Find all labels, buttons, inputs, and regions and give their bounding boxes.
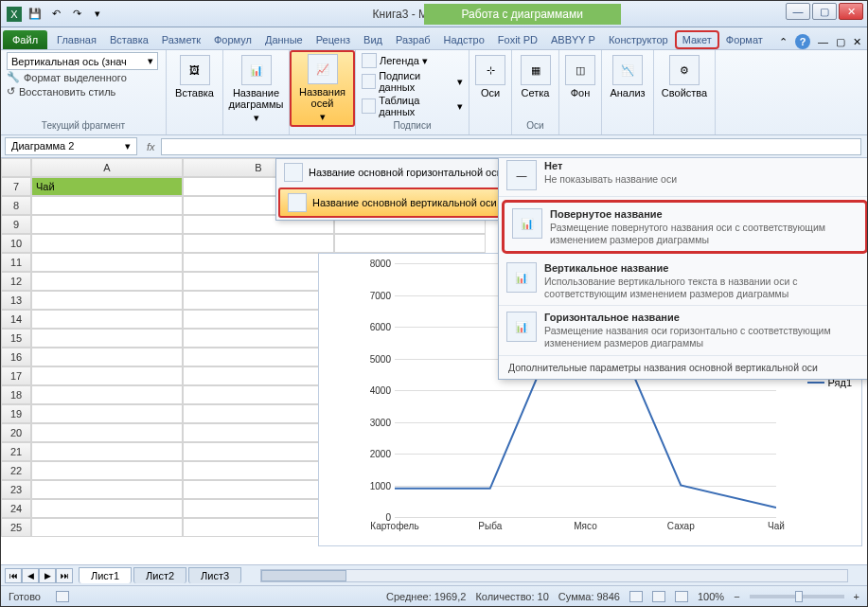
cell[interactable] [31, 253, 183, 272]
tab-foxit[interactable]: Foxit PD [491, 30, 544, 49]
row-header[interactable]: 12 [1, 272, 31, 291]
cell[interactable] [183, 253, 334, 272]
format-selection-button[interactable]: 🔧 Формат выделенного [7, 70, 160, 84]
cell[interactable] [31, 423, 183, 442]
cell[interactable] [31, 234, 183, 253]
cell[interactable] [31, 480, 183, 499]
select-all-corner[interactable] [1, 158, 31, 177]
legend-button[interactable]: Легенда ▾ [362, 52, 463, 69]
sheet-nav-last[interactable]: ⏭ [56, 568, 73, 583]
axes-button[interactable]: ⊹Оси [469, 52, 512, 101]
cell[interactable] [183, 518, 334, 537]
analysis-button[interactable]: 📉Анализ [603, 52, 651, 101]
chart-element-selector[interactable]: Вертикальная ось (знач▾ [7, 52, 158, 70]
tab-file[interactable]: Файл [3, 30, 47, 49]
row-header[interactable]: 24 [1, 499, 31, 518]
tab-formulas[interactable]: Формул [207, 30, 258, 49]
sheet-tab-3[interactable]: Лист3 [188, 567, 241, 583]
row-header[interactable]: 16 [1, 348, 31, 366]
tab-addins[interactable]: Надстро [437, 30, 491, 49]
flyout-horizontal[interactable]: 📊Горизонтальное названиеРазмещение назва… [499, 306, 867, 355]
flyout-none[interactable]: —НетНе показывать название оси [499, 158, 867, 197]
flyout-rotated[interactable]: 📊Повернутое названиеРазмещение повернуто… [502, 200, 867, 254]
data-labels-button[interactable]: Подписи данных ▾ [362, 69, 463, 94]
tab-format[interactable]: Формат [719, 30, 770, 49]
row-header[interactable]: 14 [1, 310, 31, 329]
row-header[interactable]: 13 [1, 291, 31, 310]
row-header[interactable]: 17 [1, 366, 31, 385]
view-layout-icon[interactable] [652, 591, 665, 602]
save-icon[interactable]: 💾 [26, 5, 44, 24]
row-header[interactable]: 20 [1, 423, 31, 442]
cell[interactable] [31, 442, 183, 461]
cell[interactable] [31, 518, 183, 537]
cell[interactable] [31, 404, 183, 423]
zoom-out-icon[interactable]: − [734, 591, 739, 602]
axis-titles-button[interactable]: 📈Названия осей▾ [290, 50, 355, 127]
help-icon[interactable]: ? [795, 34, 810, 49]
data-table-button[interactable]: Таблица данных ▾ [362, 94, 463, 118]
cell[interactable] [183, 423, 334, 442]
doc-close-icon[interactable]: ✕ [853, 36, 861, 48]
undo-icon[interactable]: ↶ [46, 5, 65, 24]
doc-min-icon[interactable]: — [818, 36, 828, 47]
redo-icon[interactable]: ↷ [67, 5, 86, 24]
cell[interactable] [183, 366, 334, 385]
cell[interactable] [31, 291, 183, 310]
view-break-icon[interactable] [675, 591, 688, 602]
row-header[interactable]: 22 [1, 461, 31, 480]
sheet-nav-next[interactable]: ▶ [39, 568, 56, 583]
view-normal-icon[interactable] [629, 591, 643, 602]
doc-restore-icon[interactable]: ▢ [836, 36, 845, 48]
zoom-level[interactable]: 100% [698, 591, 724, 602]
row-header[interactable]: 10 [1, 234, 31, 253]
cell[interactable] [31, 348, 183, 366]
macro-record-icon[interactable] [56, 591, 69, 602]
tab-developer[interactable]: Разраб [389, 30, 437, 49]
sheet-tab-1[interactable]: Лист1 [79, 567, 132, 583]
row-header[interactable]: 9 [1, 215, 31, 234]
row-header[interactable]: 7 [1, 177, 31, 196]
tab-design[interactable]: Конструктор [602, 30, 675, 49]
cell[interactable] [183, 329, 334, 348]
row-header[interactable]: 23 [1, 480, 31, 499]
cell[interactable] [183, 310, 334, 329]
sheet-tab-2[interactable]: Лист2 [133, 567, 186, 583]
zoom-slider[interactable] [750, 595, 844, 598]
cell[interactable] [183, 499, 334, 518]
cell[interactable] [334, 234, 486, 253]
tab-page-layout[interactable]: Разметк [155, 30, 207, 49]
horizontal-scrollbar[interactable] [260, 569, 848, 582]
tab-review[interactable]: Реценз [310, 30, 357, 49]
tab-view[interactable]: Вид [357, 30, 389, 49]
background-button[interactable]: ◫Фон [558, 52, 602, 101]
tab-layout[interactable]: Макет [675, 30, 719, 49]
cell[interactable] [31, 385, 183, 404]
cell[interactable] [183, 480, 334, 499]
cell[interactable] [31, 366, 183, 385]
cell[interactable] [183, 385, 334, 404]
flyout-vertical[interactable]: 📊Вертикальное названиеИспользование верт… [499, 257, 867, 306]
row-header[interactable]: 8 [1, 196, 31, 215]
tab-abbyy[interactable]: ABBYY P [544, 30, 602, 49]
cell[interactable] [31, 461, 183, 480]
name-box[interactable]: Диаграмма 2▾ [5, 137, 137, 155]
insert-button[interactable]: 🖼Вставка [168, 52, 221, 101]
cell[interactable] [31, 310, 183, 329]
gridlines-button[interactable]: ▦Сетка [514, 52, 558, 101]
tab-data[interactable]: Данные [258, 30, 310, 49]
cell[interactable] [31, 499, 183, 518]
row-header[interactable]: 25 [1, 518, 31, 537]
sheet-nav-first[interactable]: ⏮ [5, 568, 22, 583]
maximize-button[interactable]: ▢ [812, 3, 837, 20]
formula-input[interactable] [161, 138, 861, 155]
close-button[interactable]: ✕ [839, 3, 863, 20]
sheet-nav-prev[interactable]: ◀ [22, 568, 39, 583]
cell[interactable]: Чай [31, 177, 183, 196]
row-header[interactable]: 19 [1, 404, 31, 423]
flyout-more-options[interactable]: Дополнительные параметры названия основн… [499, 356, 867, 379]
tab-insert[interactable]: Вставка [103, 30, 155, 49]
row-header[interactable]: 15 [1, 329, 31, 348]
reset-style-button[interactable]: ↺ Восстановить стиль [7, 84, 160, 98]
chart-title-button[interactable]: 📊Название диаграммы▾ [222, 52, 291, 127]
